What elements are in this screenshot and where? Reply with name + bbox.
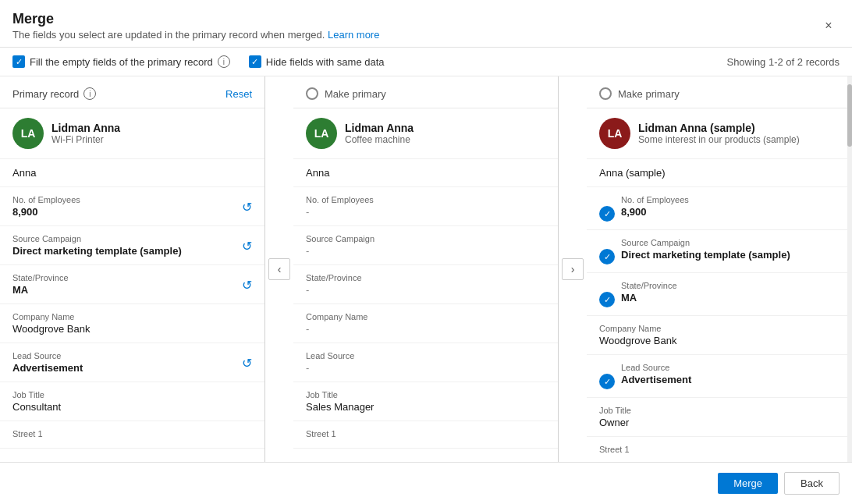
column2-state-value: -	[306, 284, 545, 296]
column2-lead-source-value: -	[306, 362, 545, 374]
fill-empty-checkbox-box: ✓	[12, 55, 25, 68]
source-campaign-reset-btn[interactable]: ↺	[242, 238, 252, 253]
column2-radio[interactable]	[306, 87, 318, 100]
column2-header-label: Make primary	[325, 88, 386, 100]
lead-source-reset-btn[interactable]: ↺	[242, 355, 252, 370]
merge-button[interactable]: Merge	[718, 473, 778, 494]
column2-job-title-field: Job Title Sales Manager	[293, 382, 558, 421]
column2-avatar: LA	[306, 118, 337, 149]
column3-street-field: Street 1	[587, 437, 852, 462]
primary-header: Primary record i Reset	[0, 76, 264, 108]
state-reset-btn[interactable]: ↺	[242, 277, 252, 292]
scrollbar-track	[847, 76, 852, 462]
primary-company-label: Company Name	[12, 312, 252, 321]
prev-button[interactable]: ‹	[268, 258, 290, 280]
column3-avatar: LA	[599, 118, 630, 149]
column2-record-info: Lidman Anna Coffee machine	[345, 122, 414, 145]
scrollbar-thumb[interactable]	[847, 84, 852, 147]
column3-job-title-value: Owner	[599, 417, 840, 428]
column2-employees-label: No. of Employees	[306, 195, 545, 204]
column3-company-field: Company Name Woodgrove Bank	[587, 316, 852, 355]
state-check-icon: ✓	[599, 292, 615, 307]
column3-state-label: State/Province	[621, 281, 677, 290]
primary-job-title-value: Consultant	[12, 401, 252, 413]
column2-street-field: Street 1	[293, 421, 558, 449]
column3-source-campaign-value: Direct marketing template (sample)	[621, 249, 790, 261]
column3-record-card: LA Lidman Anna (sample) Some interest in…	[587, 108, 852, 159]
column3-state-field: ✓ State/Province MA	[587, 273, 852, 316]
reset-link[interactable]: Reset	[225, 88, 252, 100]
column3-lead-source-label: Lead Source	[621, 363, 691, 372]
primary-company-field: Company Name Woodgrove Bank	[0, 304, 264, 343]
column3-radio[interactable]	[599, 87, 612, 100]
primary-job-title-label: Job Title	[12, 390, 252, 399]
primary-job-title-field: Job Title Consultant	[0, 382, 264, 421]
column3-employees-label: No. of Employees	[621, 195, 689, 204]
primary-avatar: LA	[12, 118, 44, 149]
column3-lead-source-row: ✓ Lead Source Advertisement	[599, 363, 840, 389]
column3-record-sub: Some interest in our products (sample)	[638, 134, 800, 145]
column3-state-row: ✓ State/Province MA	[599, 281, 840, 307]
primary-record-name: Lidman Anna	[51, 122, 120, 134]
primary-state-label: State/Province	[12, 273, 252, 282]
column2-employees-field: No. of Employees -	[293, 187, 558, 226]
column3-company-value: Woodgrove Bank	[599, 335, 840, 346]
column3-employees-value: 8,900	[621, 206, 689, 218]
back-button[interactable]: Back	[784, 472, 840, 495]
employees-reset-btn[interactable]: ↺	[242, 199, 252, 214]
close-button[interactable]: ×	[818, 15, 840, 37]
merge-dialog: Merge The fields you select are updated …	[0, 0, 852, 504]
primary-street-field: Street 1	[0, 421, 264, 449]
primary-lead-source-value: Advertisement	[12, 362, 252, 374]
learn-more-link[interactable]: Learn more	[328, 29, 379, 41]
column3-job-title-field: Job Title Owner	[587, 398, 852, 437]
subtitle-text: The fields you select are updated in the…	[12, 29, 325, 41]
fill-empty-checkbox[interactable]: ✓ Fill the empty fields of the primary r…	[12, 55, 230, 68]
dialog-header: Merge The fields you select are updated …	[0, 0, 852, 48]
employees-check-icon: ✓	[599, 206, 615, 222]
column3-source-campaign-label: Source Campaign	[621, 238, 790, 247]
column2-employees-value: -	[306, 206, 545, 218]
primary-state-field: State/Province MA ↺	[0, 265, 264, 304]
primary-source-campaign-label: Source Campaign	[12, 234, 252, 243]
fill-empty-check-icon: ✓	[16, 57, 23, 67]
column2-street-label: Street 1	[306, 429, 545, 438]
hide-same-checkbox[interactable]: ✓ Hide fields with same data	[249, 55, 385, 68]
column2: Make primary LA Lidman Anna Coffee machi…	[293, 76, 559, 462]
dialog-subtitle: The fields you select are updated in the…	[12, 29, 379, 41]
column2-company-label: Company Name	[306, 312, 545, 321]
column3: Make primary LA Lidman Anna (sample) Som…	[587, 76, 852, 462]
dialog-title: Merge	[12, 11, 379, 27]
primary-record-text: Primary record	[12, 88, 79, 100]
primary-employees-field: No. of Employees 8,900 ↺	[0, 187, 264, 226]
column3-lead-source-value: Advertisement	[621, 374, 691, 385]
primary-first-name: Anna	[0, 159, 264, 187]
column2-state-field: State/Province -	[293, 265, 558, 304]
column3-employees-field: ✓ No. of Employees 8,900	[587, 187, 852, 230]
primary-employees-label: No. of Employees	[12, 195, 252, 204]
hide-same-label: Hide fields with same data	[266, 56, 385, 68]
column3-source-campaign-row: ✓ Source Campaign Direct marketing templ…	[599, 238, 840, 264]
column3-record-name: Lidman Anna (sample)	[638, 122, 800, 134]
primary-state-value: MA	[12, 284, 252, 296]
column3-company-label: Company Name	[599, 324, 840, 333]
primary-lead-source-field: Lead Source Advertisement ↺	[0, 343, 264, 382]
column3-first-name: Anna (sample)	[587, 159, 852, 187]
column2-lead-source-field: Lead Source -	[293, 343, 558, 382]
column3-state-value: MA	[621, 292, 677, 303]
column2-record-sub: Coffee machine	[345, 134, 414, 145]
header-left: Merge The fields you select are updated …	[12, 11, 379, 41]
column3-record-info: Lidman Anna (sample) Some interest in ou…	[638, 122, 800, 145]
column2-company-field: Company Name -	[293, 304, 558, 343]
primary-employees-value: 8,900	[12, 206, 252, 218]
nav-right: ›	[559, 76, 587, 462]
next-button[interactable]: ›	[562, 258, 584, 280]
primary-column: Primary record i Reset LA Lidman Anna Wi…	[0, 76, 265, 462]
primary-record-sub: Wi-Fi Printer	[51, 134, 120, 145]
primary-info-icon[interactable]: i	[83, 87, 96, 100]
column2-company-value: -	[306, 323, 545, 335]
column2-source-campaign-field: Source Campaign -	[293, 226, 558, 265]
fill-empty-info-icon[interactable]: i	[218, 55, 230, 68]
columns-container: Primary record i Reset LA Lidman Anna Wi…	[0, 76, 852, 462]
hide-same-check-icon: ✓	[251, 57, 258, 67]
